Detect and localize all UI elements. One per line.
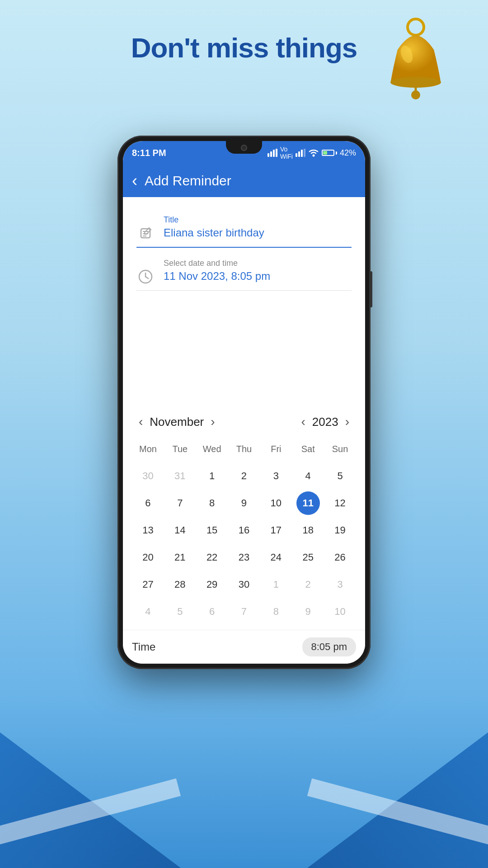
calendar-day[interactable]: 4 <box>136 600 160 623</box>
month-prev-button[interactable]: ‹ <box>136 412 145 431</box>
calendar-day[interactable]: 18 <box>296 519 320 542</box>
app-title: Add Reminder <box>145 173 231 189</box>
datetime-input-group: Select date and time 11 Nov 2023, 8:05 p… <box>164 259 352 283</box>
calendar-day[interactable]: 30 <box>136 464 160 488</box>
app-bar: ‹ Add Reminder <box>123 165 365 197</box>
time-row: Time 8:05 pm <box>123 630 365 664</box>
time-label: Time <box>132 641 155 653</box>
datetime-value[interactable]: 11 Nov 2023, 8:05 pm <box>164 270 352 283</box>
calendar-day[interactable]: 7 <box>168 491 192 515</box>
calendar-day[interactable]: 20 <box>136 546 160 569</box>
day-header-fri: Fri <box>260 440 292 458</box>
day-header-mon: Mon <box>132 440 164 458</box>
svg-rect-12 <box>304 149 305 157</box>
time-value[interactable]: 8:05 pm <box>302 637 357 656</box>
form-section: Title Eliana sister birthday Sele <box>123 197 365 302</box>
calendar-day[interactable]: 5 <box>168 600 192 623</box>
calendar-day[interactable]: 29 <box>200 573 224 596</box>
calendar-day[interactable]: 10 <box>328 600 352 623</box>
wifi-icon <box>308 149 319 157</box>
svg-rect-6 <box>270 151 272 157</box>
calendar-day[interactable]: 12 <box>328 491 352 515</box>
title-value[interactable]: Eliana sister birthday <box>164 226 352 239</box>
svg-rect-11 <box>301 150 303 157</box>
calendar-nav: ‹ November › ‹ 2023 › <box>132 403 356 436</box>
back-button[interactable]: ‹ <box>132 171 137 190</box>
calendar-day[interactable]: 30 <box>232 573 256 596</box>
month-nav: ‹ November › <box>136 412 217 431</box>
calendar-day[interactable]: 6 <box>136 491 160 515</box>
title-icon <box>136 224 155 242</box>
calendar-day[interactable]: 17 <box>264 519 288 542</box>
calendar-day[interactable]: 5 <box>328 464 352 488</box>
calendar-day[interactable]: 8 <box>264 600 288 623</box>
day-header-thu: Thu <box>228 440 260 458</box>
calendar-day[interactable]: 28 <box>168 573 192 596</box>
day-header-sat: Sat <box>292 440 324 458</box>
calendar-day[interactable]: 21 <box>168 546 192 569</box>
calendar-day[interactable]: 2 <box>232 464 256 488</box>
year-prev-button[interactable]: ‹ <box>299 412 308 431</box>
vo-wifi-label: VoWiFi <box>280 146 293 160</box>
calendar-day[interactable]: 2 <box>296 573 320 596</box>
calendar-day[interactable]: 8 <box>200 491 224 515</box>
battery-icon <box>322 150 337 156</box>
year-next-button[interactable]: › <box>343 412 352 431</box>
calendar-day[interactable]: 31 <box>168 464 192 488</box>
calendar-day[interactable]: 19 <box>328 519 352 542</box>
calendar-day[interactable]: 1 <box>200 464 224 488</box>
svg-rect-9 <box>296 153 297 157</box>
calendar-day[interactable]: 4 <box>296 464 320 488</box>
svg-point-13 <box>312 155 314 157</box>
svg-rect-8 <box>276 149 277 157</box>
phone-screen: 8:11 PM VoWiFi <box>123 141 365 664</box>
calendar-day[interactable]: 22 <box>200 546 224 569</box>
calendar-day[interactable]: 7 <box>232 600 256 623</box>
svg-rect-10 <box>298 151 300 157</box>
svg-line-20 <box>145 277 148 278</box>
title-input-row[interactable]: Title Eliana sister birthday <box>136 206 352 248</box>
month-label: November <box>150 415 204 429</box>
clock-icon <box>136 268 155 286</box>
calendar-day[interactable]: 26 <box>328 546 352 569</box>
month-next-button[interactable]: › <box>208 412 217 431</box>
calendar-day[interactable]: 23 <box>232 546 256 569</box>
spacer <box>123 302 365 399</box>
day-header-wed: Wed <box>196 440 228 458</box>
calendar-day[interactable]: 6 <box>200 600 224 623</box>
side-button <box>370 271 372 307</box>
year-label: 2023 <box>312 415 338 429</box>
svg-point-0 <box>408 19 424 35</box>
calendar-day[interactable]: 27 <box>136 573 160 596</box>
notch <box>226 141 262 154</box>
bell-icon <box>371 14 461 113</box>
calendar-day[interactable]: 9 <box>296 600 320 623</box>
svg-rect-5 <box>267 153 269 157</box>
datetime-label: Select date and time <box>164 259 352 268</box>
datetime-row[interactable]: Select date and time 11 Nov 2023, 8:05 p… <box>136 250 352 291</box>
calendar-day[interactable]: 3 <box>328 573 352 596</box>
calendar-day[interactable]: 24 <box>264 546 288 569</box>
calendar-day[interactable]: 11 <box>296 491 320 515</box>
svg-rect-7 <box>273 150 275 157</box>
calendar-day[interactable]: 14 <box>168 519 192 542</box>
calendar-body: 3031123456789101112131415161718192021222… <box>132 462 356 625</box>
calendar-day[interactable]: 9 <box>232 491 256 515</box>
signal-icon-2 <box>296 149 305 157</box>
calendar-day[interactable]: 10 <box>264 491 288 515</box>
calendar-day[interactable]: 13 <box>136 519 160 542</box>
day-header-sun: Sun <box>324 440 356 458</box>
calendar-day[interactable]: 3 <box>264 464 288 488</box>
calendar-day[interactable]: 16 <box>232 519 256 542</box>
calendar-day[interactable]: 1 <box>264 573 288 596</box>
content-area: Title Eliana sister birthday Sele <box>123 197 365 664</box>
status-icons: VoWiFi <box>267 146 356 160</box>
signal-icon <box>267 149 277 157</box>
calendar-day[interactable]: 15 <box>200 519 224 542</box>
year-nav: ‹ 2023 › <box>299 412 352 431</box>
status-time: 8:11 PM <box>132 148 166 158</box>
battery-percent: 42% <box>340 148 356 158</box>
calendar-section: ‹ November › ‹ 2023 › Mon Tue We <box>123 399 365 630</box>
svg-point-4 <box>411 90 420 99</box>
calendar-day[interactable]: 25 <box>296 546 320 569</box>
